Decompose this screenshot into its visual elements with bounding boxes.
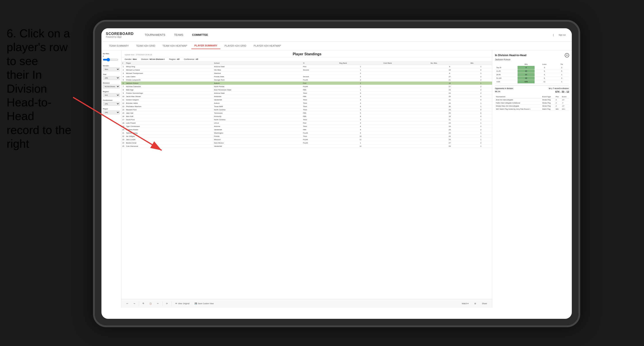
col-conf-rank: Conf Rank xyxy=(383,61,430,65)
opponents-pct: 98.1% xyxy=(495,90,500,94)
h2h-row: Top 10 8 3 2 xyxy=(495,66,569,69)
sign-out-button[interactable]: Sign out xyxy=(557,33,568,37)
subnav-player-h2h-heatmap[interactable]: PLAYER H2H HEATMAP xyxy=(250,43,284,49)
instruction-text: 6. Click on a player's row to see their … xyxy=(0,22,84,155)
table-row[interactable]: 12 Brendan Valles Auburn Third 4 24 1 xyxy=(121,102,492,105)
watch-button[interactable]: Watch ▾ xyxy=(460,302,470,305)
nav-bar: SCOREBOARD Powered by clippi TOURNAMENTS… xyxy=(102,28,572,41)
player-yr: First xyxy=(302,65,338,68)
table-row[interactable]: 6 Jackson Koivun Auburn First 2 18 1 xyxy=(121,82,492,85)
paste-button[interactable]: 📋 xyxy=(148,302,154,305)
table-row[interactable]: 24 Bastien Amat New Mexico Fourth 1 27 2 xyxy=(121,141,492,145)
h2h-row: 11-25 20 9 5 xyxy=(495,69,569,73)
table-row[interactable]: 21 Taehoon Song Washington Fourth 6 23 1 xyxy=(121,131,492,135)
player-reg-rank: 6 xyxy=(338,105,382,108)
table-row[interactable]: 20 Matthew Riedel Vanderbilt Fifth 9 23 … xyxy=(121,128,492,131)
close-button[interactable]: × xyxy=(565,53,569,57)
view-original-button[interactable]: 👁 View: Original xyxy=(174,302,191,305)
player-name: Jackson Koivun xyxy=(125,82,213,85)
scissors-button[interactable]: ✂ xyxy=(155,302,160,305)
table-row[interactable]: 4 Luke Claton Florida State Second 2 27 … xyxy=(121,75,492,78)
save-custom-button[interactable]: 💾 Save Custom View xyxy=(193,302,216,305)
redo-button[interactable]: ↪ xyxy=(132,302,137,305)
h2h-tie: 3 xyxy=(554,76,569,80)
conference-select[interactable]: (All) xyxy=(103,102,120,106)
undo-button[interactable]: ↩ xyxy=(125,302,130,305)
tour-col-type: Event Type xyxy=(542,95,555,98)
table-row[interactable]: 14 Maxwell Ford North Carolina Third 5 2… xyxy=(121,108,492,111)
tab-tournaments[interactable]: TOURNAMENTS xyxy=(140,32,170,38)
main-content: No Rds. 6 Gender Men Year (All) xyxy=(102,50,572,308)
player-num: 24 xyxy=(121,141,125,145)
share-button[interactable]: Share xyxy=(480,302,489,305)
player-name: Luke Powell xyxy=(125,121,213,125)
tournament-pos: 2 xyxy=(555,102,561,105)
tab-teams[interactable]: TEAMS xyxy=(170,32,188,38)
table-row[interactable]: 25 Cole Sherwood Vanderbilt 12 23 1 xyxy=(121,145,492,148)
subnav-team-h2h-grid[interactable]: TEAM H2H GRID xyxy=(133,43,158,49)
year-select[interactable]: (All) xyxy=(103,76,120,80)
copy-button[interactable]: ⧉ xyxy=(141,302,146,305)
standings-title: Player Standings xyxy=(293,52,322,56)
update-time-value: 27/03/2024 16:56:26 xyxy=(136,54,152,56)
player-school: Missouri xyxy=(213,138,302,141)
player-name: Michael Thorbjornsen xyxy=(125,72,213,75)
no-rds-slider[interactable] xyxy=(103,57,118,62)
table-row[interactable]: 16 Alex Goff Kentucky Fifth 8 19 0 xyxy=(121,115,492,118)
player-conf-rank xyxy=(383,128,430,131)
table-row[interactable]: 7 Nicholas Gabrelcik North Florida Fourt… xyxy=(121,85,492,88)
table-row[interactable]: 15 Jake Hall Tennessee Fifth 5 25 0 xyxy=(121,111,492,115)
h2h-col-loss: Loss xyxy=(534,63,554,66)
table-row[interactable]: 17 David Ford North Carolina Third 6 21 … xyxy=(121,118,492,121)
player-school: East Tennessee State xyxy=(213,88,302,92)
player-reg-rank: 4 xyxy=(338,102,382,105)
subnav-player-h2h-grid[interactable]: PLAYER H2H GRID xyxy=(222,43,249,49)
player-school: Arizona xyxy=(213,125,302,128)
table-row[interactable]: 3 Michael Thorbjornsen Stanford 2 8 1 xyxy=(121,72,492,75)
table-row[interactable]: 18 Luke Powell UCLA First 4 24 1 xyxy=(121,121,492,125)
division-select[interactable]: NCAA Division I xyxy=(103,85,120,88)
player-num: 10 xyxy=(121,95,125,98)
region-select[interactable]: N/A xyxy=(103,93,120,97)
table-row[interactable]: 1 Wenyi Ding Arizona State First 1 8 1 xyxy=(121,65,492,68)
player-select[interactable]: (All) xyxy=(103,111,120,114)
table-row[interactable]: 2 Michael La Sasse Ole Miss Second 1 18 … xyxy=(121,68,492,72)
player-num: 12 xyxy=(121,102,125,105)
gender-select[interactable]: Men xyxy=(103,67,120,71)
player-conf-rank xyxy=(383,135,430,138)
player-conf-rank xyxy=(383,145,430,148)
table-row[interactable]: 11 Gordon Sargent Vanderbilt Third 4 21 … xyxy=(121,98,492,102)
h2h-loss: 4 xyxy=(534,73,554,76)
tournament-pos: 2 xyxy=(555,105,561,108)
table-row[interactable]: 13 Phichaksn Maichon Texas A&M Third 6 3… xyxy=(121,105,492,108)
player-school: Florida xyxy=(213,135,302,138)
player-num: 20 xyxy=(121,128,125,131)
subnav-team-h2h-heatmap[interactable]: TEAM H2H HEATMAP xyxy=(160,43,190,49)
table-row[interactable]: 8 Mats Ege East Tennessee State Fifth 1 … xyxy=(121,88,492,92)
table-scroll-area[interactable]: # Player School Yr Reg Rank Conf Rank No… xyxy=(121,61,492,299)
h2h-row: 51-100 46 6 3 xyxy=(495,76,569,80)
player-school: New Mexico xyxy=(213,141,302,145)
player-win: 0 xyxy=(470,98,492,102)
player-no-rds: 23 xyxy=(430,125,470,128)
table-row[interactable]: 22 Ian Gilligan Florida Third 10 24 1 xyxy=(121,135,492,138)
tab-committee[interactable]: COMMITTEE xyxy=(188,32,212,38)
col-hash: # xyxy=(121,61,125,65)
grid-button[interactable]: ⊞ xyxy=(472,302,478,305)
player-conf-rank xyxy=(383,105,430,108)
table-row[interactable]: 9 Preston Summerhays Arizona State Third… xyxy=(121,92,492,95)
table-row[interactable]: 23 Jack Lundin Missouri Fourth 11 24 1 xyxy=(121,138,492,141)
player-school: Ole Miss xyxy=(213,68,302,72)
player-table: # Player School Yr Reg Rank Conf Rank No… xyxy=(121,61,492,148)
player-reg-rank: 4 xyxy=(338,95,382,98)
player-num: 14 xyxy=(121,108,125,111)
table-row[interactable]: 19 Tiger Christensen Arizona Third 8 23 … xyxy=(121,125,492,128)
table-row[interactable]: 5 Christo Lamprecht Georgia Tech Fourth … xyxy=(121,78,492,82)
subnav-team-summary[interactable]: TEAM SUMMARY xyxy=(106,43,132,49)
player-reg-rank: 2 xyxy=(338,78,382,82)
subnav-player-summary[interactable]: PLAYER SUMMARY xyxy=(191,42,220,49)
refresh-button[interactable]: ⟳ xyxy=(164,302,170,305)
tournament-row: Fallen Oak Collegiate Invitational Strok… xyxy=(495,102,569,105)
player-reg-rank: 3 xyxy=(338,92,382,95)
table-row[interactable]: 10 Jacob Mau Okeaw Arkansas Fifth 4 25 0 xyxy=(121,95,492,98)
